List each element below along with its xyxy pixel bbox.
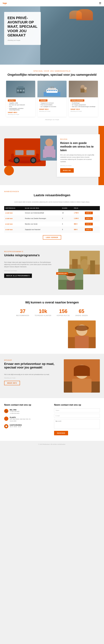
clock-icon: 🕐 — [4, 424, 8, 428]
experiences-subtitle: Speciaal voor jou samengesteld — [4, 70, 100, 72]
hero-content: EEN PRIVÉ- AVONTUUR OP MAAT, SPECIAAL VO… — [4, 12, 41, 45]
row3-book-button[interactable]: BOEK NU — [85, 223, 93, 225]
experiences-photo-credit: Afbeeldingen van Freepik — [4, 119, 100, 120]
row2-date: 12 SEP 2023 — [4, 216, 24, 221]
reisprogrammas-left: REISPROGRAMMA'S Unieke reisprogramma's S… — [4, 251, 52, 278]
svg-rect-57 — [74, 369, 90, 376]
stat-bestemmingen-label: BESTEMMINGEN — [16, 315, 29, 316]
contact-address-text: 9037 Beal Street, Suite New York, NY, 10… — [10, 418, 31, 422]
reisprogrammas-section: REISPROGRAMMA'S Unieke reisprogramma's S… — [0, 245, 104, 295]
form-email-input[interactable] — [54, 414, 100, 418]
svg-rect-18 — [80, 89, 85, 92]
hero-card: EEN PRIVÉ- AVONTUUR OP MAAT, SPECIAAL VO… — [4, 12, 41, 45]
stat-klanten: 10k TEVREDEN KLANTEN — [35, 308, 51, 316]
svg-rect-55 — [72, 379, 92, 392]
row1-price: 1 750 € — [73, 210, 84, 216]
phone-icon: 📞 — [4, 409, 8, 413]
table-row: 20 SEP 2023 Marokko voor tiende 6 860 € … — [4, 221, 100, 227]
svg-point-19 — [84, 87, 87, 90]
svg-rect-12 — [49, 90, 50, 91]
row4-book-button[interactable]: BOEK NU — [85, 228, 93, 231]
hero-section: EEN PRIVÉ- AVONTUUR OP MAAT, SPECIAAL VO… — [0, 6, 104, 64]
hotels-feature-2: Een keer een spa restaurant — [8, 104, 34, 106]
load-more-button[interactable]: LEES VERDER — [43, 235, 61, 240]
rondleidingen-card-body: RONDLEIDINGEN Rondleidingen 50+ daagse g… — [69, 97, 98, 114]
rondleidingen-feature-2: 50+ daagse groepsreizen — [70, 104, 96, 106]
load-more-row: LEES VERDER — [4, 235, 100, 240]
svg-point-32 — [45, 139, 53, 146]
form-submit-button[interactable]: INDIENEN — [54, 431, 68, 435]
svg-rect-15 — [56, 90, 57, 91]
stat-bestemmingen: 37 BESTEMMINGEN — [16, 308, 29, 316]
svg-rect-9 — [50, 86, 52, 88]
contact-hours-item: 🕐 KANTOORUREN Ma-Vr: 09:00 - 18:00 — [4, 424, 50, 428]
contact-phone-content: BEL ONS +1-555-135-4428 +1-555-016-5410 — [10, 409, 19, 414]
reisprogrammas-title: Unieke reisprogramma's — [4, 254, 52, 257]
meer-info-button[interactable]: MEER INFO — [4, 381, 20, 385]
ervaar-subtitle: ERVAAR — [4, 359, 60, 361]
footer-text: © 2023 Reisbureaux. Alle rechten voorbeh… — [3, 444, 101, 445]
reizen-section: REIZEN Reizen is een goede methode om st… — [0, 126, 104, 185]
form-name-row — [54, 408, 100, 412]
header: logo ☰ — [0, 0, 104, 6]
menu-icon[interactable]: ☰ — [99, 2, 101, 5]
stat-klanten-number: 10k — [35, 308, 51, 314]
stat-bestemmingen-number: 37 — [16, 308, 29, 314]
table-header-row: VERTREKDAG NAAM VAN DE REIS DAGEN PRIJS — [4, 206, 100, 210]
contact-hours-title: KANTOORUREN — [10, 424, 22, 426]
rondleidingen-badge: RONDLEIDINGEN — [70, 100, 84, 102]
boek-nu-button[interactable]: BOEK NU — [60, 168, 74, 173]
cruises-feature-3: Incl. maaltijden en excursies — [39, 106, 65, 107]
hotels-image — [6, 81, 35, 97]
hotels-card: HOTELS Dagelijks ontbijt Een keer een sp… — [6, 81, 35, 117]
footer: © 2023 Reisbureaux. Alle rechten voorbeh… — [0, 441, 104, 448]
rondleidingen-price: VANAF 315 € — [70, 108, 96, 110]
table-row: 15 SEP 2023 Zegeprijst voor financieel 8… — [4, 227, 100, 232]
hotels-badge: HOTELS — [8, 100, 16, 102]
reisprogrammas-label: GRIEKENLAND — [56, 272, 68, 275]
rondleidingen-credit: Afbeelding van Freepik — [70, 111, 96, 112]
contact-section: Neem contact met ons op 📞 BEL ONS +1-555… — [0, 398, 104, 441]
ervaar-image — [64, 359, 100, 392]
hotels-feature-4: Kamergratatis, exclusieve reisarrangemen… — [8, 108, 34, 110]
hotels-price: VANAF 499 € — [8, 112, 34, 113]
row2-book-button[interactable]: BOEK NU — [85, 217, 93, 220]
svg-rect-51 — [75, 336, 89, 348]
car-image — [4, 138, 46, 166]
cruises-credit: Afbeelding van Freepik — [39, 111, 65, 112]
stat-ideeen: 65 UNIEKE IDEEËN — [75, 308, 88, 316]
stats-woman-image — [68, 320, 96, 348]
contact-left-title: Neem contact met ons op — [4, 404, 50, 406]
stat-koppen-number: 156 — [57, 308, 70, 314]
svg-rect-40 — [90, 260, 95, 274]
stat-ideeen-number: 65 — [75, 308, 88, 314]
logo: logo — [3, 2, 7, 4]
bekijk-programmas-button[interactable]: BEKIJK ALLE PROGRAMMA'S — [4, 274, 32, 278]
stats-row: 37 BESTEMMINGEN 10k TEVREDEN KLANTEN 156… — [4, 308, 100, 316]
ervaar-section: ERVAAR Ervaar een privéavontuur op maat,… — [0, 354, 104, 398]
stats-section: Wij kunnen u overal naartoe brengen 37 B… — [0, 295, 104, 354]
cruises-image — [38, 81, 66, 97]
contact-address-item: 📍 PLAATS 9037 Beal Street, Suite New Yor… — [4, 416, 50, 422]
contact-address-title: PLAATS — [10, 416, 31, 418]
row4-date: 15 SEP 2023 — [4, 227, 24, 232]
row1-book-button[interactable]: BOEK NU — [85, 212, 93, 214]
stat-koppen-label: KOPPEN-RUITJE — [57, 315, 70, 316]
row4-days: 8 — [61, 227, 73, 232]
reisprogrammas-credit: Afbeeldingen van Freepik — [4, 270, 52, 272]
contact-phone-text: +1-555-135-4428 +1-555-016-5410 — [10, 410, 19, 414]
cruises-card-body: CRUISES Toegang kunt set boord Privé acc… — [38, 97, 66, 114]
row1-action: BOEK NU — [84, 210, 100, 216]
reisprogrammas-right: GRIEKENLAND — [56, 251, 100, 290]
contact-address-content: PLAATS 9037 Beal Street, Suite New York,… — [10, 416, 31, 422]
row3-date: 20 SEP 2023 — [4, 221, 24, 227]
form-name-input[interactable] — [54, 408, 100, 412]
row1-name: Grenzen van Griekenland/Italië — [24, 210, 61, 216]
reizen-card: REIZEN Reizen is een goede methode om st… — [57, 134, 100, 177]
form-message-input[interactable] — [54, 419, 100, 429]
svg-point-41 — [80, 259, 89, 270]
svg-point-28 — [15, 158, 18, 162]
contact-form-title: Neem contact met ons op — [54, 404, 100, 406]
hotels-feature-1: Dagelijks ontbijt — [8, 102, 34, 104]
hero-photo-credit: Afbeelding van Freepik — [8, 40, 38, 41]
